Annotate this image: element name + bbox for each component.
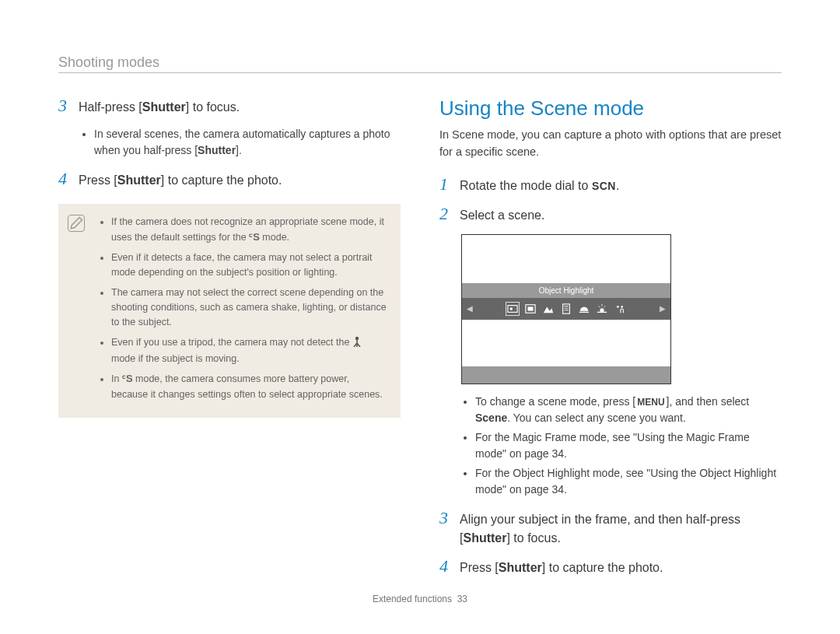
chevron-right-icon: ▶	[660, 304, 666, 313]
lcd-spacer	[462, 320, 670, 366]
chevron-left-icon: ◀	[467, 304, 473, 313]
list-item: Even if you use a tripod, the camera may…	[111, 335, 388, 367]
list-item: In ᶜS mode, the camera consumes more bat…	[111, 371, 388, 402]
smart-auto-icon: ᶜS	[122, 373, 133, 384]
step-number: 3	[58, 96, 79, 115]
svg-point-0	[355, 336, 359, 339]
object-highlight-icon	[507, 303, 518, 314]
list-item: For the Object Highlight mode, see "Usin…	[475, 465, 782, 498]
svg-marker-9	[544, 306, 553, 313]
left-step-3-bullets: In several scenes, the camera automatica…	[80, 126, 401, 159]
list-item: To change a scene mode, press [MENU], an…	[475, 394, 782, 426]
list-item: The camera may not select the correct sc…	[111, 285, 388, 331]
step-number: 4	[439, 557, 460, 576]
right-step-4: 4 Press [Shutter] to capture the photo.	[439, 557, 782, 577]
columns-wrapper: 3 Half-press [Shutter] to focus. In seve…	[58, 96, 782, 587]
scn-mode-icon: SCN	[592, 180, 616, 192]
lcd-preview-area	[462, 235, 670, 283]
left-column: 3 Half-press [Shutter] to focus. In seve…	[58, 96, 401, 587]
tripod-icon	[352, 336, 362, 352]
step-text: Rotate the mode dial to SCN.	[460, 175, 782, 195]
lcd-illustration: Object Highlight ◀ ▶	[461, 234, 671, 384]
page-number: 33	[457, 594, 467, 604]
list-item: Even if it detects a face, the camera ma…	[111, 250, 388, 281]
right-column: Using the Scene mode In Scene mode, you …	[439, 96, 782, 587]
list-item: For the Magic Frame mode, see "Using the…	[475, 429, 782, 462]
magic-frame-icon	[525, 303, 536, 314]
step-text: Select a scene.	[460, 205, 782, 225]
svg-line-17	[599, 306, 600, 307]
svg-line-18	[604, 306, 606, 307]
left-step-4: 4 Press [Shutter] to capture the photo.	[58, 170, 401, 190]
list-item: If the camera does not recognize an appr…	[111, 215, 388, 246]
svg-point-21	[621, 306, 623, 308]
svg-rect-10	[563, 303, 570, 313]
scene-selected-label: Object Highlight	[462, 283, 670, 298]
landscape-icon	[543, 303, 554, 314]
right-step-1: 1 Rotate the mode dial to SCN.	[439, 175, 782, 195]
step-number: 2	[439, 205, 460, 223]
smart-auto-icon: ᶜS	[249, 231, 260, 243]
svg-point-15	[600, 308, 604, 312]
section-header: Shooting modes	[58, 54, 782, 73]
dawn-icon	[597, 303, 607, 314]
right-step-2: 2 Select a scene.	[439, 205, 782, 225]
svg-point-20	[617, 306, 619, 308]
svg-point-6	[510, 307, 513, 310]
note-box: If the camera does not recognize an appr…	[58, 204, 401, 418]
page-footer: Extended functions 33	[0, 594, 840, 604]
step-number: 1	[439, 175, 460, 194]
sunset-icon	[579, 303, 590, 314]
footer-label: Extended functions	[373, 594, 452, 604]
section-heading: Using the Scene mode	[439, 96, 782, 121]
step-text: Half-press [Shutter] to focus.	[79, 96, 401, 117]
svg-rect-8	[528, 306, 534, 310]
list-item: In several scenes, the camera automatica…	[94, 126, 401, 159]
right-step-3: 3 Align your subject in the frame, and t…	[439, 509, 782, 548]
step-text: Align your subject in the frame, and the…	[460, 509, 782, 548]
backlight-icon	[614, 303, 625, 314]
scene-strip: ◀ ▶	[462, 298, 670, 320]
step-number: 3	[439, 509, 460, 527]
menu-button-label: MENU	[635, 397, 666, 408]
right-tips: To change a scene mode, press [MENU], an…	[461, 394, 782, 498]
text-icon	[561, 303, 572, 314]
section-title: Shooting modes	[58, 54, 159, 70]
step-text: Press [Shutter] to capture the photo.	[79, 170, 401, 190]
scene-icons	[507, 303, 625, 314]
step-number: 4	[58, 170, 79, 188]
step-text: Press [Shutter] to capture the photo.	[460, 557, 782, 577]
left-step-3: 3 Half-press [Shutter] to focus.	[58, 96, 401, 117]
intro-text: In Scene mode, you can capture a photo w…	[439, 127, 782, 161]
lcd-bottom-bar	[462, 366, 670, 384]
note-icon	[68, 215, 85, 232]
